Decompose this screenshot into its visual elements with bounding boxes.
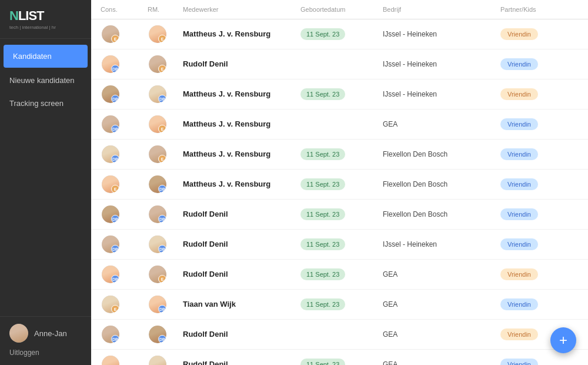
rm-badge: E [158,155,166,163]
rm-avatars: DB [148,354,183,365]
col-geboortedatum: Geboortedatum [300,6,383,13]
logout-button[interactable]: Uitloggen [9,347,82,358]
company-name: GEA [383,330,500,339]
rm-badge: DB [158,245,166,253]
birth-date-badge: 11 Sept. 23 [300,268,345,280]
partner-badge: Vriendin [500,238,538,250]
cons-avatar: DB [101,144,121,164]
cons-badge: DB [111,125,119,133]
cons-avatars: E [101,294,148,314]
table-row[interactable]: E DB Rudolf Denil 11 Sept. 23 GEA Vriend… [91,350,588,365]
cons-badge: DB [111,215,119,223]
table-row[interactable]: DB DB Rudolf Denil 11 Sept. 23 Flexellon… [91,200,588,230]
user-face [9,324,28,343]
rm-avatars: E [148,144,183,164]
col-cons: Cons. [101,6,148,13]
sidebar-item-tracking-screen[interactable]: Tracking screen [0,92,91,115]
rm-avatars: DB [148,234,183,254]
table-row[interactable]: E DB Mattheus J. v. Rensburg 11 Sept. 23… [91,170,588,200]
rm-avatar: E [148,114,168,134]
company-name: GEA [383,300,500,308]
cons-avatar: DB [101,204,121,224]
add-button[interactable]: + [550,327,576,353]
birth-date-badge: 11 Sept. 23 [300,208,345,220]
partner-cell: Vriendin [500,58,588,70]
table-row[interactable]: E E Mattheus J. v. Rensburg 11 Sept. 23 … [91,19,588,49]
employee-name: Mattheus J. v. Rensburg [183,180,300,190]
cons-badge: E [111,185,119,193]
partner-badge: Vriendin [500,88,538,100]
partner-cell: Vriendin [500,238,588,250]
cons-avatars: DB [101,114,148,134]
cons-avatar: DB [101,324,121,344]
table-row[interactable]: DB E Mattheus J. v. Rensburg 11 Sept. 23… [91,140,588,170]
cons-avatar: E [101,24,121,44]
rm-badge: DB [158,95,166,103]
sidebar-item-nieuwe-kandidaten[interactable]: Nieuwe kandidaten [0,69,91,92]
table-body: E E Mattheus J. v. Rensburg 11 Sept. 23 … [91,19,588,365]
birth-date-cell: 11 Sept. 23 [300,238,383,250]
partner-cell: Vriendin [500,88,588,100]
cons-avatar: DB [101,264,121,284]
rm-avatar: E [148,144,168,164]
rm-badge: DB [158,305,166,313]
cons-badge: DB [111,95,119,103]
employee-name: Rudolf Denil [183,270,300,280]
rm-avatars: DB [148,294,183,314]
cons-avatars: DB [101,264,148,284]
cons-avatar: DB [101,54,121,74]
face [149,356,166,365]
rm-badge: E [158,125,166,133]
rm-avatar: E [148,54,168,74]
company-name: Flexellon Den Bosch [383,150,500,158]
rm-badge: DB [158,185,166,193]
col-partner: Partner/Kids [500,6,588,13]
table-header: Cons. RM. Medewerker Geboortedatum Bedri… [91,0,588,19]
birth-date-cell: 11 Sept. 23 [300,28,383,40]
cons-avatars: E [101,174,148,194]
partner-badge: Vriendin [500,28,538,40]
employee-name: Rudolf Denil [183,210,300,220]
partner-cell: Vriendin [500,28,588,40]
cons-avatars: DB [101,234,148,254]
rm-avatar: DB [148,204,168,224]
main-content: Cons. RM. Medewerker Geboortedatum Bedri… [91,0,588,365]
partner-badge: Vriendin [500,118,538,130]
employee-name: Rudolf Denil [183,240,300,250]
sidebar-item-kandidaten[interactable]: Kandidaten [4,45,88,68]
rm-avatar: DB [148,324,168,344]
col-rm: RM. [148,6,183,13]
birth-date-cell: 11 Sept. 23 [300,208,383,220]
nav-items: Kandidaten Nieuwe kandidaten Tracking sc… [0,39,91,316]
table-row[interactable]: DB DB Rudolf Denil GEA Vriendin 11 Sept.… [91,320,588,350]
rm-avatars: DB [148,174,183,194]
birth-date-badge: 11 Sept. 23 [300,238,345,250]
cons-avatars: DB [101,54,148,74]
table-row[interactable]: DB DB Rudolf Denil 11 Sept. 23 IJssel - … [91,230,588,260]
logo: NLIST [9,8,82,24]
birth-date-badge: 11 Sept. 23 [300,178,345,190]
table-row[interactable]: E DB Tiaan van Wijk 11 Sept. 23 GEA Vrie… [91,290,588,320]
table-row[interactable]: DB E Mattheus J. v. Rensburg GEA Vriendi… [91,110,588,140]
cons-avatar: DB [101,114,121,134]
col-medewerker: Medewerker [183,6,300,13]
cons-badge: DB [111,65,119,73]
partner-badge: Vriendin [500,58,538,70]
birth-date-badge: 11 Sept. 23 [300,88,345,100]
logo-list: LIST [18,8,44,23]
birth-date-cell: 11 Sept. 23 [300,298,383,310]
rm-badge: DB [158,335,166,343]
user-row: Anne-Jan [9,324,82,343]
col-bedrijf: Bedrijf [383,6,500,13]
table-row[interactable]: DB DB Mattheus J. v. Rensburg 11 Sept. 2… [91,79,588,110]
table-row[interactable]: DB E Rudolf Denil IJssel - Heineken Vrie… [91,49,588,79]
partner-badge: Vriendin [500,148,538,160]
table-row[interactable]: DB E Rudolf Denil 11 Sept. 23 GEA Vriend… [91,260,588,290]
birth-date-cell: 11 Sept. 23 [300,178,383,190]
rm-avatar: DB [148,174,168,194]
cons-avatars: E [101,24,148,44]
user-avatar [9,324,28,343]
rm-avatar: DB [148,234,168,254]
rm-badge: E [158,65,166,73]
logo-n: N [9,8,18,23]
